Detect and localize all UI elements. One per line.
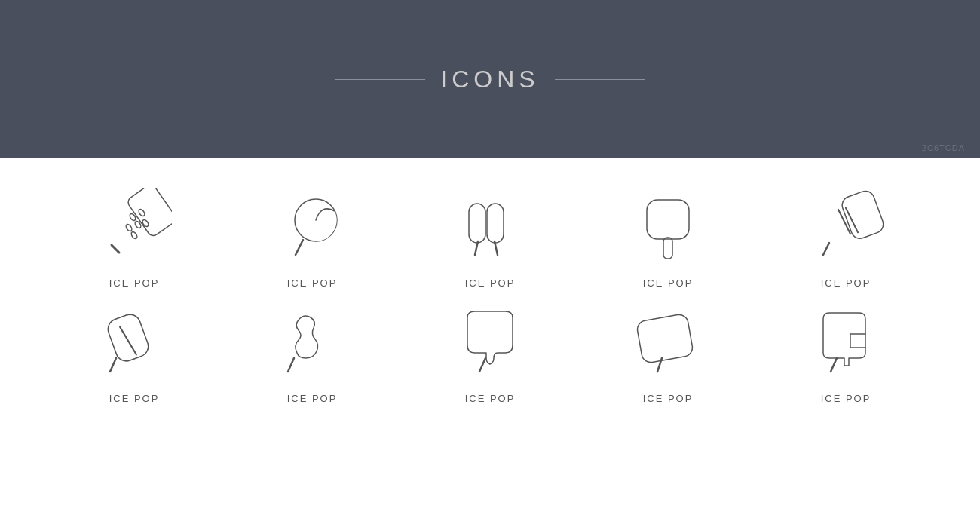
- icon-label-1-2: ICE POP: [287, 277, 338, 289]
- ice-pop-lollipop-icon: [267, 181, 357, 271]
- icon-item-plain-bar: ICE POP: [600, 181, 736, 289]
- ice-pop-melting-icon: [445, 296, 535, 387]
- svg-point-7: [130, 231, 139, 240]
- ice-pop-sprinkle-icon: [89, 181, 179, 271]
- header-line-left: [335, 79, 425, 80]
- icon-item-simple-pop: ICE POP: [66, 296, 202, 404]
- ice-pop-twist-icon: [267, 296, 357, 387]
- header-title-wrap: ICONS: [335, 66, 645, 93]
- icon-label-1-1: ICE POP: [109, 277, 160, 289]
- svg-line-16: [823, 243, 829, 255]
- svg-rect-26: [636, 314, 694, 364]
- watermark: 2C6TCDA: [922, 143, 965, 152]
- svg-line-27: [831, 358, 837, 372]
- ice-pop-plain-icon: [623, 181, 713, 271]
- icon-label-1-3: ICE POP: [465, 277, 516, 289]
- icon-item-sprinkle-bar: ICE POP: [66, 181, 202, 289]
- icon-item-lollipop: ICE POP: [244, 181, 380, 289]
- icons-section: ICE POP ICE POP: [0, 158, 980, 419]
- icon-item-wide-bar: ICE POP: [600, 296, 736, 404]
- svg-line-23: [288, 358, 294, 372]
- ice-pop-chunky-icon: [801, 296, 891, 387]
- icon-label-2-4: ICE POP: [643, 393, 694, 404]
- svg-point-3: [138, 208, 146, 217]
- svg-rect-14: [663, 238, 672, 259]
- svg-line-22: [120, 325, 136, 357]
- svg-rect-21: [105, 311, 151, 364]
- icons-row-2: ICE POP ICE POP: [45, 296, 935, 404]
- icon-label-1-4: ICE POP: [643, 277, 694, 289]
- icons-row-1: ICE POP ICE POP: [45, 181, 935, 289]
- svg-point-5: [125, 223, 133, 232]
- ice-pop-wide-icon: [623, 296, 713, 387]
- svg-rect-1: [126, 188, 172, 238]
- icon-label-2-1: ICE POP: [109, 393, 160, 404]
- ice-pop-striped-icon: [801, 181, 891, 271]
- svg-line-0: [112, 245, 119, 253]
- icon-item-twin-bar: ICE POP: [422, 181, 558, 289]
- svg-rect-17: [840, 188, 884, 241]
- ice-pop-twin-icon: [445, 181, 535, 271]
- svg-line-8: [296, 240, 303, 255]
- svg-rect-12: [469, 204, 485, 243]
- icon-item-chunky-bite: ICE POP: [778, 296, 914, 404]
- header-title: ICONS: [440, 66, 539, 93]
- icon-label-2-3: ICE POP: [465, 393, 516, 404]
- svg-rect-13: [487, 204, 504, 243]
- svg-point-6: [142, 219, 150, 228]
- icon-label-1-5: ICE POP: [821, 277, 871, 289]
- icon-label-2-5: ICE POP: [821, 393, 871, 404]
- icon-item-melting-pop: ICE POP: [422, 296, 558, 404]
- svg-line-24: [479, 358, 485, 372]
- header-line-right: [555, 79, 645, 80]
- icon-item-twist-pop: ICE POP: [244, 296, 380, 404]
- ice-pop-simple-icon: [89, 296, 179, 387]
- svg-rect-15: [647, 200, 689, 239]
- header: ICONS 2C6TCDA: [0, 0, 980, 158]
- icon-label-2-2: ICE POP: [287, 393, 338, 404]
- svg-line-20: [110, 358, 116, 372]
- icon-item-striped-bar: ICE POP: [778, 181, 914, 289]
